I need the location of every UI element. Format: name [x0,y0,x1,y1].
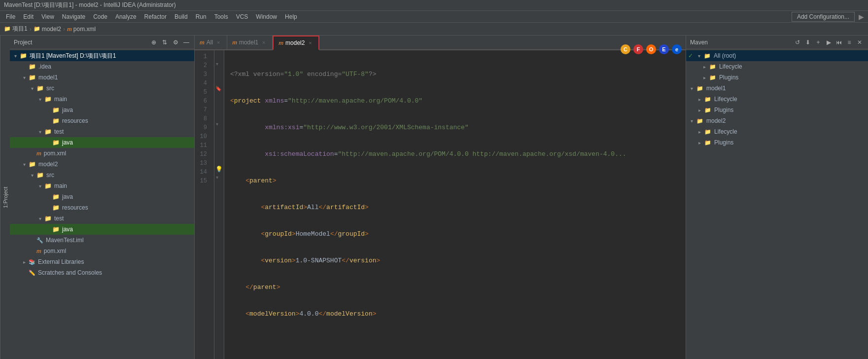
add-configuration-button[interactable]: Add Configuration... [792,12,855,22]
maven-item-lifecycle1[interactable]: ▸ 📁 Lifecycle [686,61,868,72]
browser-btn-chrome[interactable]: C [621,44,630,54]
tree-label-model1: model1 [38,74,58,81]
tree-item-model1[interactable]: ▾ 📁 model1 [10,72,194,83]
tree-item-idea[interactable]: 📁 .idea [10,61,194,72]
bulb-icon-14[interactable]: 💡 [215,166,223,173]
menu-bar: File Edit View Navigate Code Analyze Ref… [0,11,868,23]
menu-view[interactable]: View [37,12,58,21]
menu-vcs[interactable]: VCS [232,12,252,21]
browser-btn-opera[interactable]: O [646,44,656,54]
line-num-12: 12 [195,150,210,159]
code-editor[interactable]: <?xml version="1.0" encoding="UTF-8"?> <… [224,50,686,359]
code-line-10: <modelVersion>4.0.0</modelVersion> [230,310,680,319]
browser-btn-firefox[interactable]: F [633,44,643,54]
maven-btn-run[interactable]: ▶ [824,38,833,47]
tree-item-test1[interactable]: ▾ 📁 test [10,126,194,137]
maven-item-all-root[interactable]: ✓ ▾ 📁 All (root) [686,50,868,61]
tab-model1-close[interactable]: × [260,39,267,46]
maven-label-model2: model2 [706,117,726,124]
project-scope-btn[interactable]: ⊕ [150,38,158,46]
project-minimize-btn[interactable]: — [182,38,190,46]
scratches-icon: ✏️ [29,270,35,276]
editor-content: 1 2 3 4 5 6 7 8 9 10 11 12 13 14 15 ▾ [195,50,686,359]
menu-code[interactable]: Code [89,12,111,21]
src2-folder-icon: 📁 [36,172,44,179]
project-settings-btn[interactable]: ⚙ [172,38,179,46]
menu-window[interactable]: Window [252,12,281,21]
pom2-m-icon: m [36,248,41,254]
code-line-11 [230,336,680,345]
tree-item-main1[interactable]: ▾ 📁 main [10,94,194,105]
breadcrumb-project[interactable]: 📁 项目1 [4,25,28,33]
maven-btn-skip[interactable]: ⏮ [834,38,843,47]
gutter: ▾ 🔖 ▾ 💡 ▾ [214,50,224,359]
fold-btn-2[interactable]: ▾ [216,61,218,67]
model2-folder-icon: 📁 [29,161,36,168]
menu-navigate[interactable]: Navigate [58,12,89,21]
line-num-5: 5 [195,88,210,97]
breadcrumb-model2[interactable]: 📁 model2 [34,26,61,33]
menu-file[interactable]: File [2,12,19,21]
run-icon[interactable]: ▶ [859,13,864,21]
menu-run[interactable]: Run [192,12,210,21]
maven-item-model1[interactable]: ▾ 📁 model1 [686,83,868,94]
tree-item-pom1[interactable]: m pom.xml [10,148,194,159]
maven-item-plugins2[interactable]: ▸ 📁 Plugins [686,105,868,115]
maven-model1-icon: 📁 [696,85,703,92]
tab-model1[interactable]: m model1 × [227,36,273,50]
maven-label-plugins3: Plugins [714,139,733,146]
maven-btn-close[interactable]: ✕ [855,38,864,47]
breadcrumb-pomxml[interactable]: m pom.xml [67,26,96,33]
tree-arrow: ▾ [21,75,28,80]
maven-item-plugins3[interactable]: ▸ 📁 Plugins [686,137,868,148]
tab-model2-close[interactable]: × [307,39,313,46]
maven-btn-add[interactable]: + [814,38,823,47]
sidebar-label-1project[interactable]: 1:Project [0,36,10,359]
maven-model2-icon: 📁 [696,118,703,124]
maven-item-plugins1[interactable]: ▸ 📁 Plugins [686,72,868,83]
tree-item-external-libraries[interactable]: ▸ 📚 External Libraries [10,256,194,267]
tree-item-src1[interactable]: ▾ 📁 src [10,83,194,94]
tree-label-test2: test [54,215,64,222]
menu-edit[interactable]: Edit [19,12,37,21]
tree-item-java-test2[interactable]: 📁 java [10,224,194,235]
maven-btn-download[interactable]: ⬇ [803,38,812,47]
maven-item-model2[interactable]: ▾ 📁 model2 [686,115,868,126]
menu-analyze[interactable]: Analyze [111,12,140,21]
main-area: 1:Project Project ⊕ ⇅ ⚙ — ▾ 📁 项目1 [Maven… [0,36,868,359]
tree-item-resources2[interactable]: 📁 resources [10,202,194,213]
menu-tools[interactable]: Tools [210,12,232,21]
model1-folder-icon: 📁 [29,74,36,81]
browser-btn-edge[interactable]: e [672,44,682,54]
menu-build[interactable]: Build [171,12,192,21]
tree-item-main2[interactable]: ▾ 📁 main [10,180,194,191]
tree-item-scratches[interactable]: ✏️ Scratches and Consoles [10,267,194,278]
browser-btn-ie[interactable]: E [659,44,669,54]
project-sort-btn[interactable]: ⇅ [161,38,169,46]
tab-model2[interactable]: m model2 × [273,36,319,50]
tree-label-main2: main [54,182,67,189]
maven-item-lifecycle3[interactable]: ▸ 📁 Lifecycle [686,126,868,137]
tab-all-m-icon: m [200,39,205,45]
tree-item-resources1[interactable]: 📁 resources [10,115,194,126]
tree-item-pom2[interactable]: m pom.xml [10,246,194,256]
maven-item-lifecycle2[interactable]: ▸ 📁 Lifecycle [686,94,868,105]
menu-refactor[interactable]: Refactor [140,12,171,21]
tab-all-close[interactable]: × [215,39,222,46]
maven-btn-menu[interactable]: ≡ [845,38,854,47]
line-num-2: 2 [195,61,210,70]
bookmark-icon-5[interactable]: 🔖 [215,86,221,91]
tree-item-root[interactable]: ▾ 📁 项目1 [MavenTest] D:\项目\项目1 [10,50,194,61]
tree-item-java-test1[interactable]: 📁 java [10,137,194,148]
tree-item-java2[interactable]: 📁 java [10,191,194,202]
menu-help[interactable]: Help [281,12,301,21]
fold-btn-15[interactable]: ▾ [216,175,218,180]
maven-btn-refresh[interactable]: ↺ [793,38,802,47]
tree-item-test2[interactable]: ▾ 📁 test [10,213,194,224]
tree-item-model2[interactable]: ▾ 📁 model2 [10,159,194,170]
fold-btn-9[interactable]: ▾ [216,121,218,127]
tab-all[interactable]: m All × [195,36,227,50]
tree-item-java1[interactable]: 📁 java [10,105,194,115]
tree-item-maventest-iml[interactable]: 🔧 MavenTest.iml [10,235,194,246]
tree-item-src2[interactable]: ▾ 📁 src [10,170,194,180]
